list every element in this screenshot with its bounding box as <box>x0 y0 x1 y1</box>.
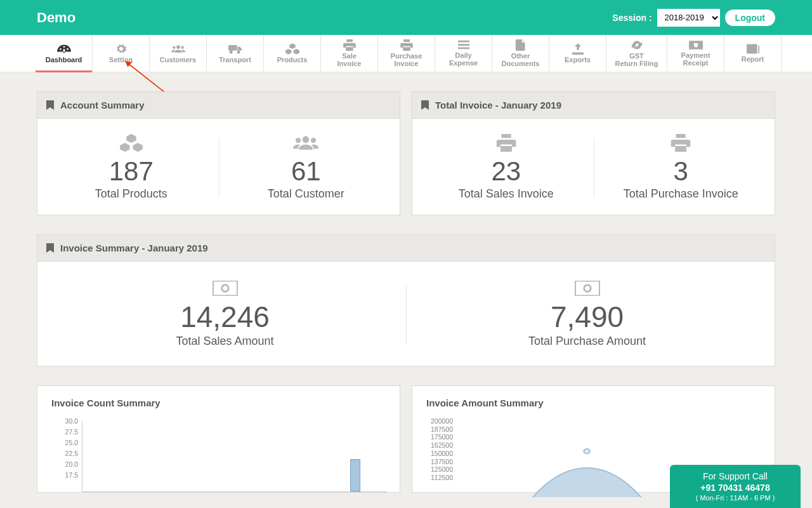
nav-label: Sale Invoice <box>337 52 362 67</box>
nav-dashboard[interactable]: Dashboard <box>36 35 93 72</box>
content: Account Summary 187 Total Products 61 To… <box>0 72 812 493</box>
stat-label: Total Customer <box>219 187 394 201</box>
stat-label: Total Products <box>44 187 219 201</box>
nav-gst[interactable]: GST Return Filing <box>606 35 667 72</box>
gear-icon <box>115 43 127 55</box>
print-icon <box>671 134 691 154</box>
cubes-icon <box>120 134 143 154</box>
file-icon <box>515 39 527 51</box>
nav-label: Payment Receipt <box>681 51 710 67</box>
panel-title: Total Invoice - January 2019 <box>435 100 561 110</box>
nav-report[interactable]: Report <box>724 35 782 72</box>
nav-label: Report <box>742 55 764 63</box>
bookmark-icon <box>46 243 54 253</box>
users-icon <box>293 134 318 154</box>
svg-point-7 <box>584 449 590 454</box>
stat-label: Total Purchase Amount <box>406 335 768 348</box>
top-right: Session : 2018-2019 Logout <box>612 9 775 27</box>
nav-label: Customers <box>160 56 196 64</box>
chart-title: Invoice Count Summary <box>37 386 400 416</box>
nav-label: Dashboard <box>46 56 82 64</box>
stat-total-products: 187 Total Products <box>44 134 219 201</box>
upload-icon <box>572 43 584 55</box>
chart-canvas: 30.027.525.022.520.017.5 <box>45 416 392 492</box>
svg-point-6 <box>584 285 591 292</box>
nav-exports[interactable]: Exports <box>549 35 606 72</box>
session-select[interactable]: 2018-2019 <box>657 9 720 27</box>
stat-purchase-amount: 7,490 Total Purchase Amount <box>406 281 768 348</box>
navbar: Dashboard Setting Customers Transport Pr… <box>0 35 812 72</box>
nav-label: Products <box>277 56 308 64</box>
nav-payment-receipt[interactable]: Payment Receipt <box>667 35 724 72</box>
nav-daily-expense[interactable]: Daily Expense <box>435 35 492 72</box>
session-label: Session : <box>612 13 652 23</box>
nav-products[interactable]: Products <box>264 35 321 72</box>
stat-label: Total Sales Amount <box>44 335 406 348</box>
nav-customers[interactable]: Customers <box>150 35 207 72</box>
nav-purchase-invoice[interactable]: Purchase Invoice <box>378 35 435 72</box>
stat-label: Total Purchase Invoice <box>594 187 769 201</box>
support-widget[interactable]: For Support Call +91 70431 46478 ( Mon-F… <box>670 465 801 508</box>
stat-value: 14,246 <box>44 301 406 333</box>
nav-label: Daily Expense <box>449 51 478 67</box>
nav-label: Setting <box>109 56 133 64</box>
panel-header: Account Summary <box>37 92 400 119</box>
panel-account-summary: Account Summary 187 Total Products 61 To… <box>37 91 400 215</box>
news-icon <box>747 44 759 54</box>
stat-label: Total Sales Invoice <box>419 187 594 201</box>
refresh-icon <box>631 39 643 51</box>
stat-value: 187 <box>44 157 219 186</box>
cubes-icon <box>285 43 299 55</box>
panel-total-invoice: Total Invoice - January 2019 23 Total Sa… <box>412 91 775 215</box>
nav-label: Other Documents <box>502 52 540 67</box>
nav-setting[interactable]: Setting <box>93 35 150 72</box>
nav-label: Transport <box>219 56 251 64</box>
nav-label: Purchase Invoice <box>391 52 422 67</box>
panel-invoice-summary: Invoice Summary - January 2019 14,246 To… <box>37 234 775 366</box>
nav-other-documents[interactable]: Other Documents <box>492 35 549 72</box>
dashboard-icon <box>57 43 71 55</box>
panel-header: Total Invoice - January 2019 <box>412 92 775 119</box>
nav-transport[interactable]: Transport <box>207 35 264 72</box>
stat-value: 7,490 <box>406 301 768 333</box>
nav-label: Exports <box>565 56 591 64</box>
print-icon <box>343 39 356 51</box>
stat-sales-amount: 14,246 Total Sales Amount <box>44 281 406 348</box>
svg-point-1 <box>693 43 698 48</box>
support-hours: ( Mon-Fri : 11AM - 6 PM ) <box>675 494 796 502</box>
nav-spacer <box>0 35 36 72</box>
stat-purchase-invoice: 3 Total Purchase Invoice <box>594 134 769 201</box>
panel-invoice-count-chart: Invoice Count Summary 30.027.525.022.520… <box>37 385 400 493</box>
logout-button[interactable]: Logout <box>725 10 775 26</box>
brand: Demo <box>37 10 75 26</box>
print-icon <box>496 134 516 154</box>
truck-icon <box>228 43 242 55</box>
stat-total-customer: 61 Total Customer <box>219 134 394 201</box>
svg-point-4 <box>221 285 228 292</box>
stat-sales-invoice: 23 Total Sales Invoice <box>419 134 594 201</box>
support-phone: +91 70431 46478 <box>675 483 796 493</box>
nav-label: GST Return Filing <box>615 52 658 67</box>
plot-area <box>82 421 387 492</box>
bookmark-icon <box>421 100 429 110</box>
stat-value: 23 <box>419 157 594 186</box>
bookmark-icon <box>46 100 54 110</box>
panel-title: Invoice Summary - January 2019 <box>60 243 208 253</box>
money-icon <box>689 40 703 50</box>
stat-value: 61 <box>219 157 394 186</box>
money-icon <box>575 281 600 298</box>
print-icon <box>400 39 413 51</box>
stat-value: 3 <box>594 157 769 186</box>
svg-rect-3 <box>213 281 237 296</box>
chart-title: Invoice Amount Summary <box>412 386 775 416</box>
money-icon <box>213 281 238 298</box>
panel-title: Account Summary <box>60 100 145 110</box>
panel-header: Invoice Summary - January 2019 <box>37 235 775 262</box>
svg-rect-5 <box>575 281 599 296</box>
nav-sale-invoice[interactable]: Sale Invoice <box>321 35 378 72</box>
support-line: For Support Call <box>675 471 796 481</box>
users-icon <box>171 43 185 55</box>
list-icon <box>458 40 469 50</box>
chart-bar <box>350 459 360 491</box>
topbar: Demo Session : 2018-2019 Logout <box>0 0 812 35</box>
